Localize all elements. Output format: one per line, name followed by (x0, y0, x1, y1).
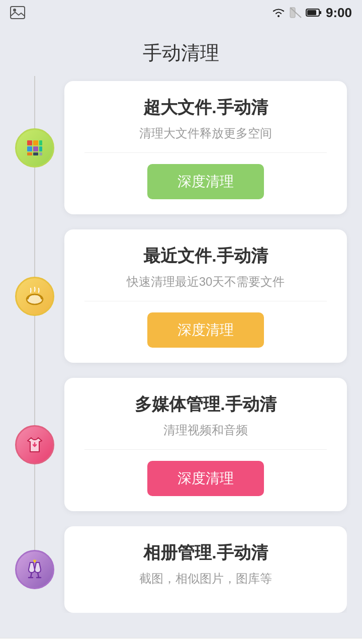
svg-rect-9 (27, 140, 32, 145)
bottom-nav: 存储空间 手动清理 我的 (0, 638, 362, 644)
card-media: 多媒体管理.手动清 清理视频和音频 深度清理 (64, 378, 347, 511)
status-time: 9:00 (326, 5, 352, 21)
svg-rect-12 (27, 146, 32, 151)
svg-rect-17 (39, 152, 42, 155)
svg-point-2 (278, 15, 280, 17)
page-title: 手动清理 (0, 25, 362, 76)
photo-icon (10, 6, 25, 19)
svg-rect-13 (33, 146, 38, 151)
svg-rect-16 (33, 152, 38, 155)
card-large-file: 超大文件.手动清 清理大文件释放更多空间 深度清理 (64, 81, 347, 214)
card-media-desc: 清理视频和音频 (84, 422, 327, 438)
card-row-recent-file: 最近文件.手动清 快速清理最近30天不需要文件 深度清理 (15, 229, 347, 363)
status-bar: 9:00 (0, 0, 362, 25)
card-large-file-title: 超大文件.手动清 (84, 96, 327, 119)
main-content: 超大文件.手动清 清理大文件释放更多空间 深度清理 最近文件.手动清 快速清理最… (0, 76, 362, 638)
recent-file-clean-button[interactable]: 深度清理 (147, 312, 264, 348)
card-album-title: 相册管理.手动清 (84, 541, 327, 565)
status-bar-left (10, 6, 25, 19)
card-media-title: 多媒体管理.手动清 (84, 393, 327, 416)
svg-rect-3 (290, 8, 295, 18)
card-row-large-file: 超大文件.手动清 清理大文件释放更多空间 深度清理 (15, 81, 347, 214)
card-media-divider (84, 449, 327, 450)
card-row-album: 相册管理.手动清 截图，相似图片，图库等 (15, 526, 347, 613)
svg-rect-10 (33, 140, 38, 145)
bowl-icon (24, 285, 46, 307)
signal-icon (290, 7, 302, 18)
svg-line-22 (38, 573, 39, 578)
battery-icon (306, 8, 322, 17)
cheers-icon (24, 558, 46, 581)
svg-line-28 (36, 560, 37, 561)
svg-rect-6 (307, 10, 316, 15)
card-large-file-divider (84, 152, 327, 153)
card-recent-file: 最近文件.手动清 快速清理最近30天不需要文件 深度清理 (64, 229, 347, 363)
card-recent-file-desc: 快速清理最近30天不需要文件 (84, 274, 327, 290)
svg-rect-11 (39, 140, 42, 145)
wifi-icon (272, 7, 286, 18)
card-album-desc: 截图，相似图片，图库等 (84, 571, 327, 587)
card-recent-file-divider (84, 301, 327, 301)
card-recent-file-title: 最近文件.手动清 (84, 245, 327, 268)
svg-point-1 (13, 9, 16, 12)
timeline-icon-recent-file (15, 277, 54, 316)
svg-point-25 (34, 560, 36, 562)
palette-icon (24, 137, 45, 158)
shirt-icon (24, 434, 46, 456)
card-album: 相册管理.手动清 截图，相似图片，图库等 (64, 526, 347, 613)
card-large-file-desc: 清理大文件释放更多空间 (84, 125, 327, 141)
svg-rect-14 (39, 146, 42, 151)
timeline-icon-large-file (15, 128, 54, 168)
large-file-clean-button[interactable]: 深度清理 (147, 164, 264, 199)
card-row-media: 多媒体管理.手动清 清理视频和音频 深度清理 (15, 378, 347, 511)
timeline-icon-media (15, 425, 54, 464)
timeline-icon-album (15, 550, 54, 589)
svg-rect-7 (320, 11, 321, 14)
svg-rect-15 (27, 152, 32, 155)
svg-line-21 (31, 573, 32, 578)
media-clean-button[interactable]: 深度清理 (147, 461, 264, 496)
svg-rect-0 (11, 7, 25, 19)
svg-line-27 (33, 560, 34, 561)
status-bar-right: 9:00 (272, 5, 352, 21)
